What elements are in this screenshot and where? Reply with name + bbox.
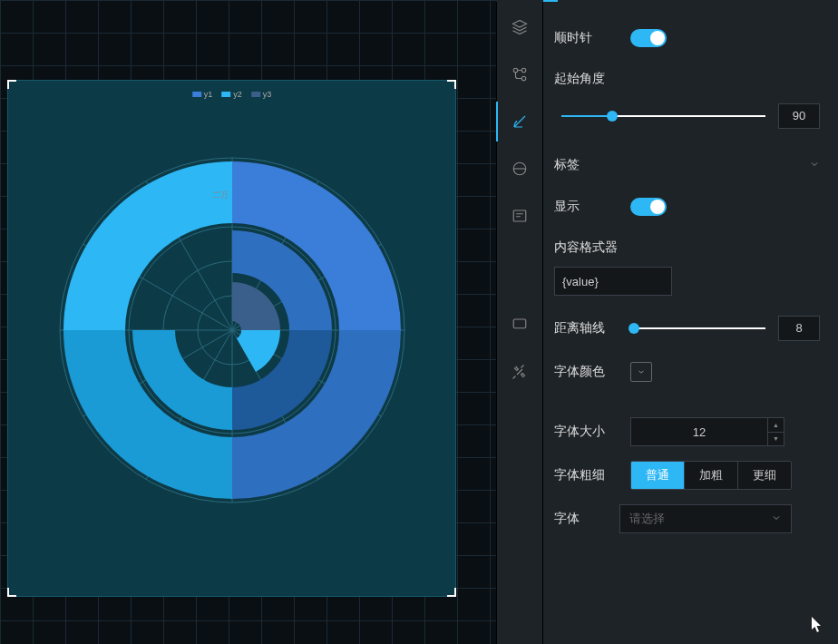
canvas-area[interactable]: y1 y2 y3 [0,0,496,644]
svg-point-17 [513,68,518,73]
font-weight-group: 普通 加粗 更细 [630,461,792,490]
font-size-label: 字体大小 [554,424,619,440]
prop-show: 显示 [554,185,820,229]
tab-circle[interactable] [509,158,531,180]
axis-distance-label: 距离轴线 [554,320,619,337]
chart-legend: y1 y2 y3 [192,90,272,99]
legend-swatch [221,92,230,97]
svg-point-18 [521,76,526,81]
legend-item-y1: y1 [192,90,213,99]
stepper-up[interactable]: ▲ [768,418,784,433]
svg-rect-21 [513,210,526,221]
selection-handle-bl[interactable] [7,588,16,597]
show-toggle[interactable] [630,198,667,216]
steppers: ▲ ▼ [767,418,784,445]
prop-font-size: 字体大小 12 ▲ ▼ [554,410,820,454]
chevron-down-icon [771,511,782,527]
slider-fill [561,115,612,117]
chevron-down-icon [809,158,820,172]
chevron-down-icon [637,367,646,376]
prop-clockwise: 顺时针 [554,16,820,60]
legend-label: y2 [233,90,242,99]
stepper-down[interactable]: ▼ [768,433,784,446]
font-color-label: 字体颜色 [554,364,619,380]
show-label: 显示 [554,199,619,215]
axis-distance-value[interactable]: 8 [778,316,820,341]
circle-icon [512,161,528,177]
selection-handle-tl[interactable] [7,80,16,89]
tag-section-label: 标签 [554,157,580,173]
axis-distance-slider[interactable] [630,327,765,329]
properties-panel: 顺时针 起始角度 90 标签 显示 内容格式器 距离轴线 [543,0,838,644]
font-weight-label: 字体粗细 [554,467,619,483]
svg-point-19 [521,68,526,73]
selection-handle-br[interactable] [447,588,456,597]
tab-nodes[interactable] [509,63,531,85]
select-placeholder: 请选择 [629,511,665,527]
slider-thumb[interactable] [628,323,639,334]
tab-layers[interactable] [509,16,531,38]
text-box-icon [512,208,528,224]
prop-axis-distance: 距离轴线 8 [554,307,820,350]
legend-item-y3: y3 [251,90,272,99]
chart-component[interactable]: y1 y2 y3 [7,80,456,597]
legend-item-y2: y2 [221,90,242,99]
tab-tools[interactable] [509,361,531,383]
layers-icon [512,19,528,35]
prop-font-weight: 字体粗细 普通 加粗 更细 [554,454,820,497]
tools-icon [512,364,528,380]
slider-thumb[interactable] [607,111,618,122]
start-angle-slider[interactable] [561,115,765,117]
angle-icon [512,113,528,130]
prop-content-formatter: 内容格式器 [554,229,820,307]
tab-text[interactable] [509,205,531,227]
prop-start-angle: 起始角度 90 [554,60,820,145]
font-weight-lighter[interactable]: 更细 [738,462,791,489]
radar-chart-svg [51,149,414,512]
legend-label: y1 [204,90,213,99]
comment-icon [512,317,528,333]
legend-swatch [251,92,260,97]
font-family-select[interactable]: 请选择 [619,504,792,533]
prop-font-color: 字体颜色 [554,350,820,394]
font-color-expand[interactable] [630,362,652,382]
font-size-input[interactable]: 12 ▲ ▼ [630,417,784,446]
radar-tick-label: 二万 [212,190,229,201]
legend-swatch [192,92,201,97]
start-angle-value[interactable]: 90 [778,103,820,129]
content-formatter-label: 内容格式器 [554,239,618,256]
start-angle-label: 起始角度 [554,71,619,87]
selection-handle-tr[interactable] [447,80,456,89]
spacer [554,394,820,410]
content-formatter-input[interactable] [554,267,672,296]
nodes-icon [512,66,528,83]
font-weight-bold[interactable]: 加粗 [685,462,738,489]
legend-label: y3 [263,90,272,99]
font-family-label: 字体 [554,511,609,527]
font-size-value: 12 [631,425,767,439]
font-weight-normal[interactable]: 普通 [631,462,685,489]
clockwise-label: 顺时针 [554,30,619,46]
tab-comment[interactable] [509,314,531,336]
clockwise-toggle[interactable] [630,29,667,47]
section-tag-header[interactable]: 标签 [554,145,820,185]
tab-angle[interactable] [509,111,531,132]
prop-font-family: 字体 请选择 [554,497,820,541]
side-tabs [496,0,543,644]
